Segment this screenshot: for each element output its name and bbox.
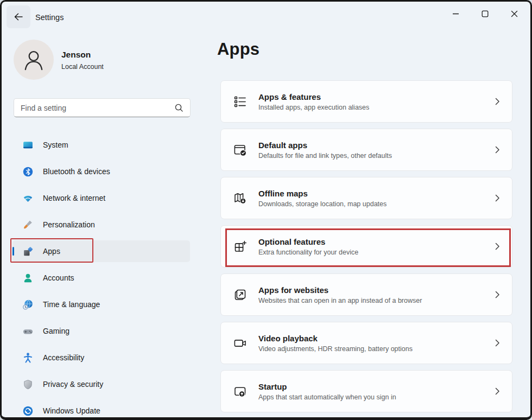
minimize-button[interactable] — [441, 2, 470, 26]
sidebar-item-label: Accounts — [43, 273, 74, 282]
sidebar-item-network-internet[interactable]: Network & internet — [12, 187, 190, 209]
network-wifi-icon — [22, 192, 34, 204]
user-name: Jenson — [61, 50, 91, 60]
card-subtitle: Downloads, storage location, map updates — [258, 200, 387, 208]
sidebar-item-gaming[interactable]: Gaming — [12, 320, 190, 342]
minimize-icon — [452, 10, 459, 17]
time-language-globe-icon — [22, 298, 34, 310]
sidebar: Jenson Local Account System — [2, 32, 213, 417]
sidebar-item-personalization[interactable]: Personalization — [12, 214, 190, 236]
sidebar-item-label: Time & language — [43, 300, 100, 309]
card-subtitle: Websites that can open in an app instead… — [258, 297, 422, 304]
sidebar-item-label: Personalization — [43, 220, 95, 229]
accounts-person-icon — [22, 272, 34, 284]
apps-icon — [22, 245, 34, 257]
sidebar-item-time-language[interactable]: Time & language — [12, 294, 190, 315]
sidebar-item-label: Windows Update — [43, 406, 100, 415]
bluetooth-icon — [22, 166, 34, 177]
sidebar-item-label: Accessibility — [43, 353, 84, 362]
back-button[interactable] — [7, 5, 30, 28]
card-video-playback[interactable]: Video playback Video adjustments, HDR st… — [220, 322, 512, 364]
user-account-type: Local Account — [61, 63, 104, 71]
chevron-right-icon — [492, 145, 502, 155]
card-default-apps[interactable]: Default apps Defaults for file and link … — [220, 129, 512, 171]
sidebar-item-bluetooth-devices[interactable]: Bluetooth & devices — [12, 161, 190, 182]
card-title: Video playback — [258, 334, 413, 343]
video-playback-icon — [233, 336, 248, 351]
chevron-right-icon — [492, 97, 502, 106]
card-offline-maps[interactable]: Offline maps Downloads, storage location… — [220, 177, 512, 219]
search-icon[interactable] — [174, 103, 183, 112]
system-icon — [22, 139, 34, 151]
default-apps-icon — [233, 143, 248, 157]
close-button[interactable] — [499, 2, 529, 26]
sidebar-item-label: System — [43, 141, 68, 149]
startup-icon — [233, 384, 248, 399]
card-title: Optional features — [258, 237, 358, 246]
accessibility-person-icon — [22, 352, 34, 364]
window-controls — [441, 2, 529, 26]
settings-cards: Apps & features Installed apps, app exec… — [220, 80, 512, 418]
sidebar-item-label: Gaming — [43, 327, 69, 335]
page-title: Apps — [217, 40, 259, 59]
sidebar-item-windows-update[interactable]: Windows Update — [12, 400, 190, 420]
card-subtitle: Apps that start automatically when you s… — [258, 393, 396, 401]
personalization-brush-icon — [22, 219, 34, 231]
window-title: Settings — [35, 13, 64, 22]
sidebar-item-label: Privacy & security — [43, 380, 103, 389]
card-title: Default apps — [258, 141, 392, 150]
card-title: Apps for websites — [258, 285, 422, 295]
sidebar-nav: System Bluetooth & devices — [2, 134, 213, 420]
chevron-right-icon — [492, 386, 502, 396]
avatar[interactable] — [14, 40, 54, 80]
chevron-right-icon — [492, 241, 502, 251]
sidebar-item-label: Apps — [43, 247, 60, 256]
close-icon — [511, 10, 518, 17]
shield-icon — [22, 378, 34, 390]
sidebar-item-accounts[interactable]: Accounts — [12, 267, 190, 289]
maximize-button[interactable] — [470, 2, 499, 26]
apps-for-websites-icon — [233, 288, 248, 302]
card-optional-features[interactable]: Optional features Extra functionality fo… — [220, 225, 512, 268]
card-apps-for-websites[interactable]: Apps for websites Websites that can open… — [220, 273, 512, 316]
sidebar-item-system[interactable]: System — [12, 134, 190, 156]
card-title: Apps & features — [258, 92, 369, 101]
optional-features-icon — [233, 239, 248, 254]
chevron-right-icon — [492, 290, 502, 300]
apps-features-icon — [233, 94, 248, 109]
settings-window: Settings Jenson Local Account — [0, 0, 532, 420]
card-startup[interactable]: Startup Apps that start automatically wh… — [220, 370, 512, 412]
back-arrow-icon — [14, 12, 23, 21]
card-subtitle: Video adjustments, HDR streaming, batter… — [258, 345, 413, 353]
sidebar-item-apps[interactable]: Apps — [12, 240, 190, 262]
search-box — [14, 98, 191, 117]
windows-update-icon — [22, 405, 34, 417]
titlebar: Settings — [2, 2, 530, 32]
sidebar-item-label: Network & internet — [43, 194, 105, 202]
person-icon — [20, 46, 48, 74]
chevron-right-icon — [492, 193, 502, 203]
search-input[interactable] — [14, 104, 174, 112]
card-apps-features[interactable]: Apps & features Installed apps, app exec… — [220, 80, 512, 123]
sidebar-item-privacy-security[interactable]: Privacy & security — [12, 373, 190, 395]
maximize-icon — [482, 10, 489, 17]
card-title: Offline maps — [258, 189, 387, 198]
card-subtitle: Defaults for file and link types, other … — [258, 152, 392, 160]
selected-indicator — [12, 247, 14, 256]
gaming-gamepad-icon — [22, 325, 34, 337]
offline-maps-icon — [233, 191, 248, 206]
card-subtitle: Installed apps, app execution aliases — [258, 104, 369, 111]
card-title: Startup — [258, 382, 396, 391]
main-content: Apps Apps & features Installed apps, app… — [213, 32, 530, 417]
card-subtitle: Extra functionality for your device — [258, 249, 358, 256]
sidebar-item-accessibility[interactable]: Accessibility — [12, 347, 190, 368]
sidebar-item-label: Bluetooth & devices — [43, 167, 110, 176]
chevron-right-icon — [492, 338, 502, 348]
